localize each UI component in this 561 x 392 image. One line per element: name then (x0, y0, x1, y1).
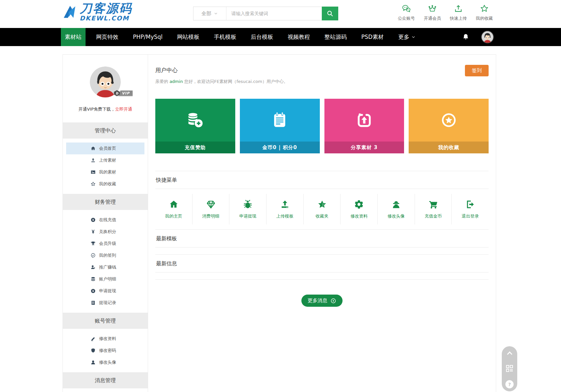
yen-exchange-icon (90, 229, 96, 234)
quick-item-upload-template[interactable]: 上传模板 (267, 194, 304, 224)
quick-item-consumption-detail[interactable]: 消费明细 (192, 194, 230, 224)
sidebar-item-exchange-points[interactable]: 兑换积分 (66, 226, 144, 238)
quick-item-recharge-coins[interactable]: 充值金币 (415, 194, 452, 224)
main-content: 用户中心 签到 亲爱的 admin 您好，欢迎访问FE素材网（fesucai.c… (148, 55, 496, 392)
username: admin (169, 79, 183, 84)
qr-code-button[interactable] (505, 364, 514, 373)
nav-item-web-effects[interactable]: 网页特效 (89, 28, 126, 46)
wechat-icon (402, 4, 411, 13)
greeting-text: 亲爱的 admin 您好，欢迎访问FE素材网（fesucai.com）用户中心。 (155, 79, 489, 85)
nav-item-full-site-source[interactable]: 整站源码 (317, 28, 354, 46)
header-link-open-vip[interactable]: 开通会员 (420, 4, 445, 21)
card-coins-points[interactable]: 金币0 | 积分0 (240, 99, 320, 153)
open-vip-link[interactable]: 立即开通 (115, 107, 132, 112)
quick-item-edit-profile[interactable]: 修改资料 (341, 194, 378, 224)
back-to-top-button[interactable] (505, 350, 514, 356)
user-plus-icon (90, 265, 96, 270)
pencil-icon (90, 336, 96, 341)
logout-icon (465, 199, 475, 209)
header-link-quick-upload[interactable]: 快速上传 (446, 4, 471, 21)
sidebar-item-my-materials[interactable]: 我的素材 (66, 166, 144, 178)
question-icon: ? (505, 380, 514, 388)
sidebar-section-messages: 消息管理 (63, 372, 148, 388)
sidebar-item-withdraw-records[interactable]: 提现记录 (66, 297, 144, 309)
upload-icon (280, 199, 290, 209)
latest-templates-title: 最新模板 (155, 230, 489, 247)
page-title: 用户中心 (155, 55, 489, 74)
card-recharge-sponsor[interactable]: 充值赞助 (155, 99, 235, 153)
notepad-icon (240, 99, 320, 142)
sidebar-item-my-favorites[interactable]: 我的收藏 (66, 178, 144, 190)
sidebar-item-change-avatar[interactable]: 修改头像 (66, 356, 144, 368)
check-circle-icon (90, 253, 96, 258)
latest-news-title: 最新信息 (155, 255, 489, 272)
upload-icon (90, 158, 96, 163)
quick-item-logout[interactable]: 退出登录 (452, 194, 489, 224)
quick-item-apply-withdraw[interactable]: 申请提现 (229, 194, 267, 224)
search-input[interactable] (226, 7, 322, 20)
nav-item-backend-templates[interactable]: 后台模板 (243, 28, 280, 46)
site-logo[interactable]: 刀客源码 DKEWL.COM (62, 2, 132, 21)
sidebar-item-edit-profile[interactable]: 修改资料 (66, 333, 144, 345)
sidebar-item-member-upgrade[interactable]: 会员升级 (66, 238, 144, 249)
search-category-select[interactable]: 全部 (193, 7, 226, 20)
nav-item-video-tutorials[interactable]: 视频教程 (280, 28, 317, 46)
star-icon (317, 199, 327, 209)
vip-promo-line: 开通VIP免费下载，立即开通 (63, 106, 148, 112)
sidebar-item-upload-material[interactable]: 上传素材 (66, 154, 144, 166)
chevron-down-icon (411, 35, 416, 39)
share-upload-icon (324, 99, 404, 142)
search-button[interactable] (322, 7, 338, 20)
card-label: 金币0 | 积分0 (240, 142, 320, 153)
nav-item-more[interactable]: 更多 (391, 28, 423, 46)
vip-badge: b VIP (114, 90, 133, 96)
star-icon (480, 4, 489, 13)
nav-item-mobile-templates[interactable]: 手机模板 (207, 28, 243, 46)
card-shared-materials[interactable]: 分享素材 3 (324, 99, 404, 153)
sidebar: b VIP 开通VIP免费下载，立即开通 管理中心 会员首页 上传素材 我的素材 (63, 55, 148, 392)
floating-toolbar: ? (502, 346, 517, 391)
arrow-right-circle-icon (330, 298, 336, 304)
logo-subtitle: DKEWL.COM (80, 15, 132, 21)
page-container: b VIP 开通VIP免费下载，立即开通 管理中心 会员首页 上传素材 我的素材 (63, 54, 496, 392)
logo-title: 刀客源码 (80, 2, 132, 14)
quick-item-my-homepage[interactable]: 我的主页 (155, 194, 192, 224)
sidebar-item-apply-withdraw[interactable]: 申请提现 (66, 285, 144, 297)
coins-plus-icon (155, 99, 235, 142)
nav-item-php-mysql[interactable]: PHP/MySql (126, 28, 170, 46)
sidebar-item-online-recharge[interactable]: 在线充值 (66, 214, 144, 226)
nav-item-psd-materials[interactable]: PSD素材 (354, 28, 391, 46)
nav-user-avatar[interactable] (481, 31, 494, 43)
search-bar: 全部 (193, 7, 338, 20)
nav-item-website-templates[interactable]: 网站模板 (170, 28, 207, 46)
card-my-favorites[interactable]: 我的收藏 (409, 99, 489, 153)
image-icon (90, 170, 96, 175)
divider (155, 189, 489, 189)
user-icon (90, 360, 96, 365)
quick-item-favorites-folder[interactable]: 收藏夹 (304, 194, 341, 224)
quick-item-change-avatar[interactable]: 修改头像 (378, 194, 415, 224)
document-icon (90, 300, 96, 305)
crown-icon (428, 4, 437, 13)
nav-item-material-site[interactable]: 素材站 (61, 28, 86, 46)
sidebar-item-my-checkin[interactable]: 我的签到 (66, 249, 144, 261)
header-link-my-favorites[interactable]: 我的收藏 (472, 4, 497, 21)
help-button[interactable]: ? (505, 380, 514, 388)
home-icon (90, 146, 96, 151)
sidebar-item-account-detail[interactable]: 账户明细 (66, 273, 144, 285)
more-messages-button[interactable]: 更多消息 (301, 295, 343, 307)
sidebar-section-management: 管理中心 (63, 122, 148, 139)
signin-button[interactable]: 签到 (465, 65, 489, 76)
sidebar-item-change-password[interactable]: 修改密码 (66, 345, 144, 356)
site-header: 刀客源码 DKEWL.COM 全部 公众账号 开通会员 快速上传 我的收藏 (0, 0, 561, 28)
logo-mark-icon (62, 4, 78, 20)
star-circle-icon (409, 99, 489, 142)
cart-icon (428, 199, 438, 209)
user-avatar[interactable]: b VIP (90, 66, 121, 97)
chevron-up-icon (505, 350, 514, 356)
sidebar-item-member-home[interactable]: 会员首页 (66, 143, 144, 154)
header-link-public-account[interactable]: 公众账号 (394, 4, 419, 21)
diamond-icon (206, 199, 216, 209)
notification-bell-icon[interactable] (462, 33, 470, 41)
sidebar-item-promotion-earn[interactable]: 推广赚钱 (66, 261, 144, 273)
